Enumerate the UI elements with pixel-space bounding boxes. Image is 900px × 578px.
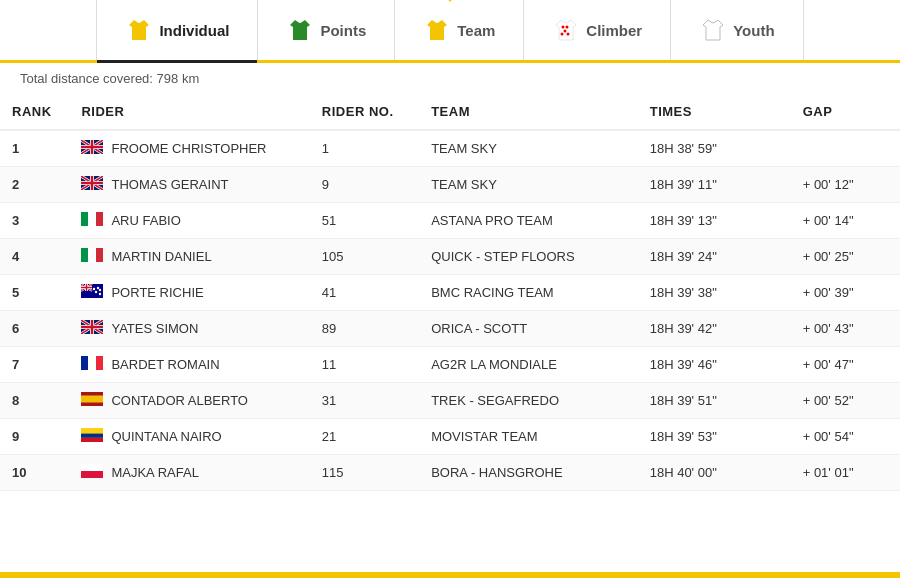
svg-point-2: [564, 30, 567, 33]
col-rider: RIDER: [69, 94, 309, 130]
svg-point-0: [562, 26, 565, 29]
rank-cell: 4: [0, 239, 69, 275]
flag-au: [81, 284, 103, 301]
svg-point-17: [99, 293, 101, 295]
rider-cell: PORTE RICHIE: [69, 275, 309, 311]
times-cell: 18H 39' 42": [638, 311, 791, 347]
tab-points-label: Points: [320, 22, 366, 39]
table-row: 2 THOMAS GERAINT 9 TEAM SKY 18H 39' 11" …: [0, 167, 900, 203]
rider-cell: ARU FABIO: [69, 203, 309, 239]
table-row: 8 CONTADOR ALBERTO 31 TREK - SEGAFREDO 1…: [0, 383, 900, 419]
team-cell: TEAM SKY: [419, 130, 638, 167]
rider-name: MARTIN DANIEL: [111, 249, 211, 264]
rider-no-cell: 31: [310, 383, 419, 419]
rider-cell: THOMAS GERAINT: [69, 167, 309, 203]
flag-pl: [81, 464, 103, 481]
rank-cell: 10: [0, 455, 69, 491]
times-cell: 18H 40' 00": [638, 455, 791, 491]
col-team: TEAM: [419, 94, 638, 130]
team-cell: MOVISTAR TEAM: [419, 419, 638, 455]
table-body: 1 FROOME CHRISTOPHER 1 TEAM SKY 18H 38' …: [0, 130, 900, 491]
svg-rect-28: [81, 464, 103, 471]
flag-gb: [81, 176, 103, 193]
climber-jersey-icon: [552, 16, 580, 44]
team-cell: AG2R LA MONDIALE: [419, 347, 638, 383]
team-cell: BMC RACING TEAM: [419, 275, 638, 311]
flag-fr: [81, 356, 103, 373]
rider-no-cell: 11: [310, 347, 419, 383]
rider-name: ARU FABIO: [111, 213, 180, 228]
gap-cell: + 01' 01": [791, 455, 900, 491]
rider-cell: CONTADOR ALBERTO: [69, 383, 309, 419]
tab-youth-label: Youth: [733, 22, 774, 39]
rider-name: YATES SIMON: [111, 321, 198, 336]
svg-rect-27: [81, 438, 103, 442]
table-row: 7 BARDET ROMAIN 11 AG2R LA MONDIALE 18H …: [0, 347, 900, 383]
rider-cell: MARTIN DANIEL: [69, 239, 309, 275]
rider-cell: YATES SIMON: [69, 311, 309, 347]
svg-rect-24: [81, 396, 103, 403]
svg-rect-12: [96, 248, 103, 262]
svg-rect-9: [96, 212, 103, 226]
gap-cell: [791, 130, 900, 167]
team-cell: ORICA - SCOTT: [419, 311, 638, 347]
rider-cell: BARDET ROMAIN: [69, 347, 309, 383]
times-cell: 18H 39' 13": [638, 203, 791, 239]
svg-rect-8: [88, 212, 96, 226]
rank-cell: 8: [0, 383, 69, 419]
rider-name: CONTADOR ALBERTO: [111, 393, 248, 408]
gap-cell: + 00' 47": [791, 347, 900, 383]
times-cell: 18H 39' 11": [638, 167, 791, 203]
rider-no-cell: 41: [310, 275, 419, 311]
rank-cell: 1: [0, 130, 69, 167]
col-times: TIMES: [638, 94, 791, 130]
team-cell: QUICK - STEP FLOORS: [419, 239, 638, 275]
rider-no-cell: 105: [310, 239, 419, 275]
tabs-nav: Individual Points Team: [0, 0, 900, 63]
points-jersey-icon: [286, 16, 314, 44]
svg-point-16: [95, 291, 97, 293]
tab-team-label: Team: [457, 22, 495, 39]
youth-jersey-icon: [699, 16, 727, 44]
col-rider-no: RIDER NO.: [310, 94, 419, 130]
rider-no-cell: 9: [310, 167, 419, 203]
tab-points[interactable]: Points: [258, 0, 395, 60]
flag-co: [81, 428, 103, 445]
table-row: 6 YATES SIMON 89 ORICA - SCOTT 18H 39' 4…: [0, 311, 900, 347]
tabs-list: Individual Points Team: [0, 0, 900, 60]
svg-rect-26: [81, 434, 103, 438]
gap-cell: + 00' 52": [791, 383, 900, 419]
rider-name: THOMAS GERAINT: [111, 177, 228, 192]
bottom-bar: [0, 572, 900, 578]
rider-cell: FROOME CHRISTOPHER: [69, 130, 309, 167]
flag-gb: [81, 140, 103, 157]
table-row: 4 MARTIN DANIEL 105 QUICK - STEP FLOORS …: [0, 239, 900, 275]
times-cell: 18H 39' 38": [638, 275, 791, 311]
col-rank: RANK: [0, 94, 69, 130]
svg-point-15: [99, 289, 101, 291]
gap-cell: + 00' 25": [791, 239, 900, 275]
rider-cell: QUINTANA NAIRO: [69, 419, 309, 455]
tab-climber[interactable]: Climber: [524, 0, 671, 60]
rider-name: FROOME CHRISTOPHER: [111, 141, 266, 156]
svg-point-1: [566, 26, 569, 29]
tab-individual[interactable]: Individual: [96, 0, 258, 60]
rider-cell: MAJKA RAFAL: [69, 455, 309, 491]
tab-team[interactable]: Team: [395, 0, 524, 60]
rank-cell: 7: [0, 347, 69, 383]
svg-rect-21: [88, 356, 96, 370]
rank-cell: 2: [0, 167, 69, 203]
tab-youth[interactable]: Youth: [671, 0, 803, 60]
team-cell: TEAM SKY: [419, 167, 638, 203]
rider-name: QUINTANA NAIRO: [111, 429, 221, 444]
times-cell: 18H 39' 51": [638, 383, 791, 419]
times-cell: 18H 39' 53": [638, 419, 791, 455]
rider-name: MAJKA RAFAL: [111, 465, 198, 480]
svg-point-4: [567, 33, 570, 36]
rank-cell: 9: [0, 419, 69, 455]
flag-it: [81, 248, 103, 265]
rank-cell: 3: [0, 203, 69, 239]
gap-cell: + 00' 39": [791, 275, 900, 311]
team-cell: ASTANA PRO TEAM: [419, 203, 638, 239]
rider-no-cell: 51: [310, 203, 419, 239]
